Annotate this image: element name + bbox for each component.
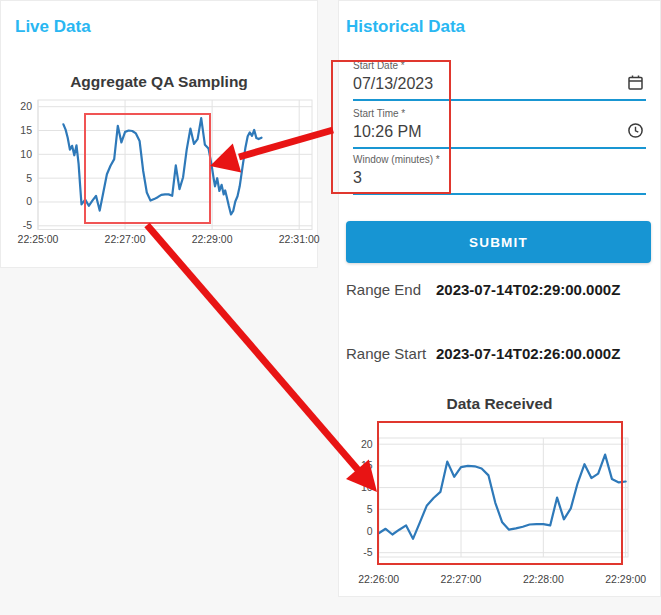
data-series-line bbox=[379, 455, 626, 539]
y-axis-tick-label: -5 bbox=[363, 546, 372, 558]
start-date-input[interactable]: 07/13/2023 bbox=[353, 75, 646, 93]
window-minutes-label: Window (minutes) * bbox=[353, 151, 646, 165]
y-axis-tick-label: 0 bbox=[367, 525, 373, 537]
y-axis-tick-label: 0 bbox=[26, 195, 32, 207]
x-axis-tick-label: 22:29:00 bbox=[605, 573, 646, 585]
y-axis-tick-label: 10 bbox=[361, 481, 373, 493]
window-minutes-field[interactable]: Window (minutes) * 3 bbox=[353, 151, 646, 195]
start-date-label: Start Date * bbox=[353, 57, 646, 71]
page: Live Data Aggregate QA Sampling 20151050… bbox=[0, 0, 661, 615]
y-axis-tick-label: 20 bbox=[361, 438, 373, 450]
x-axis-tick-label: 22:28:00 bbox=[523, 573, 564, 585]
live-data-panel: Live Data Aggregate QA Sampling 20151050… bbox=[0, 0, 318, 268]
range-end-label: Range End bbox=[346, 281, 436, 298]
y-axis-tick-label: 15 bbox=[361, 459, 373, 471]
calendar-icon[interactable] bbox=[627, 74, 644, 91]
data-received-chart: 20151050-522:26:0022:27:0022:28:0022:29:… bbox=[339, 416, 661, 596]
x-axis-tick-label: 22:25:00 bbox=[18, 233, 59, 245]
window-minutes-input[interactable]: 3 bbox=[353, 169, 646, 187]
start-time-field[interactable]: Start Time * 10:26 PM bbox=[353, 105, 646, 149]
range-end-value: 2023-07-14T02:29:00.000Z bbox=[436, 281, 620, 298]
y-axis-tick-label: 5 bbox=[26, 172, 32, 184]
start-time-label: Start Time * bbox=[353, 105, 646, 119]
y-axis-tick-label: -5 bbox=[23, 219, 32, 231]
x-axis-tick-label: 22:27:00 bbox=[105, 233, 146, 245]
live-data-heading: Live Data bbox=[15, 17, 91, 37]
data-series-line bbox=[63, 118, 261, 214]
y-axis-tick-label: 5 bbox=[367, 503, 373, 515]
x-axis-tick-label: 22:26:00 bbox=[358, 573, 399, 585]
historical-data-panel: Historical Data Start Date * 07/13/2023 … bbox=[338, 0, 661, 597]
x-axis-tick-label: 22:29:00 bbox=[192, 233, 233, 245]
y-axis-tick-label: 15 bbox=[20, 124, 32, 136]
aggregate-qa-sampling-chart: 20151050-522:25:0022:27:0022:29:0022:31:… bbox=[1, 91, 331, 261]
range-start-row: Range Start 2023-07-14T02:26:00.000Z bbox=[346, 345, 620, 362]
historical-data-heading: Historical Data bbox=[346, 17, 465, 37]
aggregate-chart-title: Aggregate QA Sampling bbox=[1, 73, 317, 91]
y-axis-tick-label: 20 bbox=[20, 100, 32, 112]
start-date-field[interactable]: Start Date * 07/13/2023 bbox=[353, 57, 646, 101]
range-start-label: Range Start bbox=[346, 345, 436, 362]
x-axis-tick-label: 22:27:00 bbox=[441, 573, 482, 585]
submit-button[interactable]: SUBMIT bbox=[346, 221, 651, 263]
clock-icon[interactable] bbox=[627, 122, 644, 139]
range-start-value: 2023-07-14T02:26:00.000Z bbox=[436, 345, 620, 362]
range-end-row: Range End 2023-07-14T02:29:00.000Z bbox=[346, 281, 620, 298]
data-received-chart-title: Data Received bbox=[339, 395, 660, 413]
x-axis-tick-label: 22:31:00 bbox=[279, 233, 320, 245]
plot-border bbox=[379, 438, 628, 557]
y-axis-tick-label: 10 bbox=[20, 148, 32, 160]
start-time-input[interactable]: 10:26 PM bbox=[353, 123, 646, 141]
